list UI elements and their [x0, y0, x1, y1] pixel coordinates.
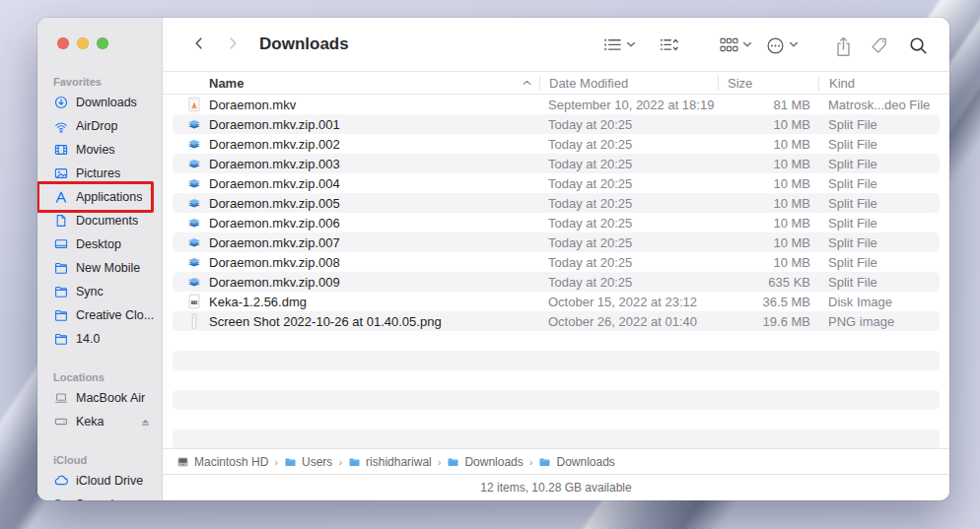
- file-name: Doraemon.mkv.zip.008: [209, 255, 340, 270]
- file-row[interactable]: Doraemon.mkv.zip.008 Today at 20:25 10 M…: [173, 252, 940, 272]
- main-area: Downloads: [163, 18, 949, 500]
- sidebar-item-movies[interactable]: Movies: [37, 138, 162, 162]
- path-separator: ›: [273, 456, 279, 468]
- disk-image-icon: [186, 294, 202, 309]
- file-size: 10 MB: [718, 255, 818, 270]
- split-zip-icon: [186, 175, 202, 191]
- sidebar-item-label: Sync: [76, 285, 104, 298]
- file-row[interactable]: Doraemon.mkv September 10, 2022 at 18:19…: [173, 95, 940, 114]
- file-row[interactable]: Screen Shot 2022-10-26 at 01.40.05.png O…: [173, 311, 940, 331]
- forward-button[interactable]: [222, 32, 244, 57]
- path-item[interactable]: Downloads: [447, 455, 523, 469]
- applications-icon: [53, 190, 69, 205]
- section-label: Favorites: [37, 73, 162, 91]
- sidebar-item-macbook-air[interactable]: MacBook Air: [37, 386, 162, 410]
- back-button[interactable]: [188, 32, 210, 57]
- column-header-name[interactable]: Name: [173, 76, 539, 91]
- sidebar-item-downloads[interactable]: Downloads: [37, 91, 162, 114]
- caret-up-icon: [523, 80, 531, 86]
- folder-icon: [53, 332, 69, 347]
- file-row[interactable]: Doraemon.mkv.zip.005 Today at 20:25 10 M…: [173, 193, 940, 213]
- close-button[interactable]: [57, 37, 69, 49]
- view-options-button[interactable]: [601, 34, 638, 55]
- file-row[interactable]: Doraemon.mkv.zip.007 Today at 20:25 10 M…: [173, 232, 940, 252]
- path-item-label: Macintosh HD: [194, 455, 268, 469]
- sidebar-item-airdrop[interactable]: AirDrop: [37, 114, 162, 138]
- file-row[interactable]: Doraemon.mkv.zip.009 Today at 20:25 635 …: [173, 272, 940, 292]
- file-name: Doraemon.mkv.zip.006: [209, 216, 340, 231]
- file-row[interactable]: Doraemon.mkv.zip.002 Today at 20:25 10 M…: [173, 134, 940, 154]
- video-file-icon: [186, 97, 202, 112]
- file-size: 10 MB: [718, 216, 818, 231]
- grid-view-button[interactable]: [718, 34, 754, 55]
- disk-icon: [176, 456, 189, 468]
- file-name: Keka-1.2.56.dmg: [209, 295, 307, 309]
- path-separator: ›: [337, 456, 343, 468]
- film-icon: [53, 143, 69, 158]
- sidebar-item-pictures[interactable]: Pictures: [37, 162, 162, 185]
- sidebar-item-desktop[interactable]: Desktop: [37, 232, 162, 256]
- path-separator: ›: [437, 456, 443, 468]
- sidebar-item-icloud-drive[interactable]: iCloud Drive: [37, 469, 162, 493]
- sidebar-item-applications[interactable]: Applications: [37, 185, 162, 209]
- path-item[interactable]: Downloads: [538, 455, 614, 469]
- eject-icon[interactable]: [139, 416, 152, 429]
- sidebar-item-14-0[interactable]: 14.0: [37, 327, 162, 351]
- download-circle-icon: [53, 96, 69, 110]
- path-separator: ›: [528, 456, 534, 468]
- share-icon: [834, 36, 853, 53]
- path-item-label: rishidhariwal: [366, 455, 432, 469]
- column-header-size[interactable]: Size: [718, 76, 818, 91]
- file-row[interactable]: Keka-1.2.56.dmg October 15, 2022 at 23:1…: [173, 292, 940, 311]
- file-date-modified: October 15, 2022 at 23:12: [539, 295, 718, 309]
- sidebar-item-documents[interactable]: Documents: [37, 209, 162, 232]
- laptop-icon: [53, 391, 69, 406]
- file-date-modified: Today at 20:25: [539, 176, 718, 191]
- search-button[interactable]: [907, 34, 930, 55]
- file-kind: Split File: [818, 117, 940, 132]
- sidebar-item-label: New Mobile: [76, 261, 140, 275]
- file-row[interactable]: Doraemon.mkv.zip.001 Today at 20:25 10 M…: [173, 114, 940, 134]
- section-label: iCloud: [37, 451, 162, 469]
- more-actions-button[interactable]: [764, 34, 801, 55]
- column-header-date-modified[interactable]: Date Modified: [539, 76, 718, 91]
- file-row[interactable]: Doraemon.mkv.zip.004 Today at 20:25 10 M…: [173, 173, 940, 193]
- chevron-down-icon: [789, 40, 799, 48]
- sidebar-item-new-mobile[interactable]: New Mobile: [37, 256, 162, 280]
- path-item[interactable]: Users: [284, 455, 332, 469]
- file-kind: Split File: [818, 137, 940, 152]
- desktop-icon: [53, 237, 69, 252]
- share-button[interactable]: [832, 34, 855, 55]
- column-header-kind[interactable]: Kind: [818, 76, 940, 91]
- empty-row: [173, 430, 940, 448]
- empty-row: [173, 390, 940, 410]
- file-date-modified: Today at 20:25: [539, 275, 718, 290]
- sidebar-item-sync[interactable]: Sync: [37, 280, 162, 303]
- tags-button[interactable]: [868, 34, 890, 55]
- cloud-icon: [53, 474, 69, 489]
- chevron-down-icon: [742, 40, 752, 48]
- sort-button[interactable]: [658, 34, 680, 55]
- path-item[interactable]: Macintosh HD: [176, 455, 268, 469]
- sidebar-item-creative-clo-[interactable]: Creative Clo...: [37, 303, 162, 327]
- zoom-button[interactable]: [97, 37, 108, 49]
- file-size: 10 MB: [718, 235, 818, 250]
- file-size: 81 MB: [718, 98, 818, 112]
- sidebar-item-keka[interactable]: Keka: [37, 410, 162, 433]
- chevron-left-icon: [192, 36, 206, 53]
- split-zip-icon: [186, 274, 202, 290]
- folder-icon: [53, 261, 69, 276]
- folder-blue-icon: [284, 456, 297, 468]
- group-list-icon: [603, 36, 622, 53]
- sidebar-item-label: AirDrop: [76, 119, 117, 133]
- path-item[interactable]: rishidhariwal: [348, 455, 432, 469]
- minimize-button[interactable]: [77, 37, 89, 49]
- file-row[interactable]: Doraemon.mkv.zip.006 Today at 20:25 10 M…: [173, 213, 940, 232]
- sidebar-item-label: Downloads: [76, 96, 137, 109]
- file-name: Screen Shot 2022-10-26 at 01.40.05.png: [209, 314, 442, 329]
- sidebar-item-scapple[interactable]: Scapple: [37, 493, 162, 500]
- file-name: Doraemon.mkv.zip.001: [209, 117, 340, 132]
- file-date-modified: Today at 20:25: [539, 235, 718, 250]
- file-row[interactable]: Doraemon.mkv.zip.003 Today at 20:25 10 M…: [173, 154, 940, 173]
- file-date-modified: Today at 20:25: [539, 216, 718, 231]
